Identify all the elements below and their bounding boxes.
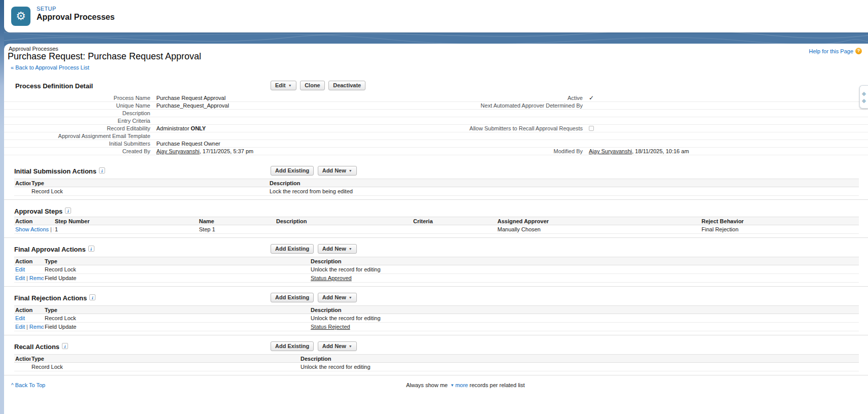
cell-description: Unlock the record for editing [310,314,859,322]
more-link[interactable]: more [455,382,468,388]
chevron-down-icon: ▼ [349,247,352,251]
edit-link[interactable]: Edit [15,324,25,330]
add-existing-button[interactable]: Add Existing [271,244,314,254]
cell-step-number: 1 [54,225,198,233]
section-button-group: Add Existing Add New▼ [271,292,357,302]
cell-action: Edit|Remove [14,323,44,331]
add-new-label: Add New [322,294,346,300]
info-icon[interactable]: i [99,167,105,174]
field-update-link[interactable]: Status Approved [311,275,352,281]
table-row: Show Actions|Edit 1 Step 1 Manually Chos… [14,225,859,234]
cell-description: Unlock the record for editing [299,363,859,371]
gear-icon: ⚙ [11,7,30,26]
actions-table: Action Type Description Edit Record Lock… [14,305,859,331]
detail-row-created-modified: Created ByAjay Suryavanshi, 17/11/2025, … [4,148,868,155]
section-button-group: Add Existing Add New▼ [271,341,357,351]
help-link[interactable]: Help for this Page [809,48,853,54]
approval-steps-section: Approval Stepsi Action Step Number Name … [4,205,868,238]
field-label: Created By [4,148,156,154]
cell-type: Field Update [44,274,310,282]
table-row: Edit|Remove Field Update Status Approved [14,274,859,283]
back-to-top[interactable]: ^Back To Top [11,382,45,388]
info-icon[interactable]: i [65,208,71,214]
add-new-button[interactable]: Add New▼ [318,166,357,176]
col-type: Type [44,306,310,314]
detail-row-email-template: Approval Assignment Email Template [4,132,868,140]
link-separator: | [26,275,28,281]
section-title: Process Definition Detail [15,82,93,90]
add-existing-button[interactable]: Add Existing [271,293,314,302]
col-description: Description [269,179,859,187]
recall-requests-checkbox [589,126,594,131]
table-row: Edit Record Lock Unlock the record for e… [14,314,859,323]
edit-link[interactable]: Edit [15,275,25,281]
col-name: Name [198,217,275,225]
cell-action: Edit [14,314,44,322]
final-approval-actions-section: Final Approval Actionsi Add Existing Add… [4,244,868,287]
edit-link[interactable]: Edit [15,266,25,272]
cell-description: Lock the record from being edited [269,187,859,195]
section-title: Final Rejection Actionsi [14,294,95,302]
table-header-row: Action Type Description [14,257,859,265]
table-row: Record Lock Lock the record from being e… [14,187,859,196]
setup-header-bar: ⚙ SETUP Approval Processes [4,0,868,32]
cell-reject-behavior: Final Rejection [700,225,859,233]
recall-actions-section: Recall Actionsi Add Existing Add New▼ Ac… [4,341,868,375]
clone-button[interactable]: Clone [300,81,325,90]
table-header-row: Action Step Number Name Description Crit… [14,217,859,225]
add-existing-button[interactable]: Add Existing [271,166,314,176]
table-header-row: Action Type Description [14,179,859,187]
field-update-link[interactable]: Status Rejected [311,324,350,330]
setup-page-title: Approval Processes [37,13,115,22]
section-button-group: Add Existing Add New▼ [271,165,357,176]
page-footer: ^Back To Top Always show me ▼more record… [4,381,868,391]
detail-rows: Process NamePurchase Request Approval Ac… [4,94,868,155]
help-for-this-page[interactable]: Help for this Page ? [809,48,862,54]
col-description: Description [310,257,859,265]
detail-row-description: Description [4,110,868,117]
modified-by-user-link[interactable]: Ajay Suryavanshi [589,148,632,154]
add-new-button[interactable]: Add New▼ [318,244,357,254]
info-icon[interactable]: i [62,343,68,349]
show-actions-link[interactable]: Show Actions [15,226,49,232]
section-title-text: Recall Actions [14,343,59,351]
field-label: Allow Submitters to Recall Approval Requ… [436,125,589,131]
section-title-text: Initial Submission Actions [14,167,96,175]
actions-table: Action Type Description Edit Record Lock… [14,257,859,283]
back-to-top-link[interactable]: Back To Top [15,382,46,388]
help-question-icon[interactable]: ? [855,48,862,54]
cell-type: Record Lock [44,265,310,273]
modified-date-text: , 18/11/2025, 10:16 am [632,148,689,154]
actions-table: Action Type Description Record Lock Lock… [14,179,859,196]
actions-table: Action Type Description Record Lock Unlo… [14,354,859,371]
info-icon[interactable]: i [88,246,94,252]
edit-link[interactable]: Edit [15,315,25,321]
back-to-approval-process-list-link[interactable]: « Back to Approval Process List [11,64,89,71]
remove-link[interactable]: Remove [29,324,44,330]
chevron-down-icon: ▼ [349,296,352,299]
cell-description [275,225,412,233]
add-new-button[interactable]: Add New▼ [318,341,357,351]
table-header-row: Action Type Description [14,305,859,314]
link-separator: | [50,226,52,232]
remove-link[interactable]: Remove [29,275,44,281]
sidebar-collapse-widget[interactable]: ◆ ◆ [859,85,868,109]
field-label: Description [4,110,156,116]
field-value: Ajay Suryavanshi, 17/11/2025, 5:37 pm [156,148,253,154]
col-description: Description [275,217,412,225]
info-icon[interactable]: i [89,294,95,300]
edit-button-label: Edit [275,82,286,88]
add-existing-button[interactable]: Add Existing [271,341,314,351]
deactivate-button[interactable]: Deactivate [328,81,365,90]
cell-description: Status Approved [310,274,859,282]
cell-type: Record Lock [44,314,310,322]
col-action: Action [14,257,44,265]
col-action: Action [14,217,54,225]
add-new-button[interactable]: Add New▼ [318,293,357,302]
dropdown-arrow-icon: ▼ [450,383,454,388]
created-by-user-link[interactable]: Ajay Suryavanshi [156,148,199,154]
edit-button[interactable]: Edit▼ [271,81,296,90]
col-type: Type [30,179,269,187]
field-value: Purchase Request Owner [156,141,220,147]
chevron-down-icon: ▼ [349,344,352,348]
